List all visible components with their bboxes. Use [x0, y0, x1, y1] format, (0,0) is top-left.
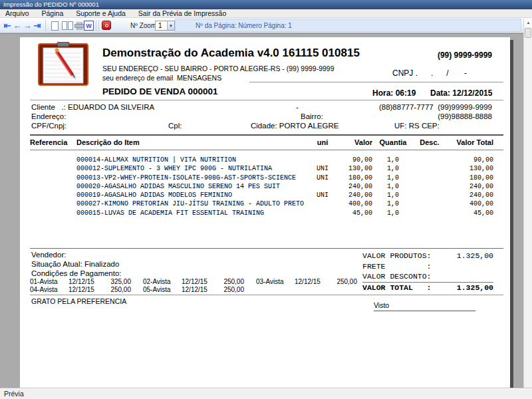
item-uni [309, 182, 336, 191]
payment-value: 325,00 [102, 278, 131, 285]
item-valor: 240,00 [336, 182, 372, 191]
single-page-view-button[interactable] [49, 20, 60, 31]
item-valor: 240,00 [336, 191, 372, 200]
company-cnpj: CNPJ . . / - [392, 68, 467, 78]
item-valor: 45,00 [336, 209, 372, 217]
item-desconto [414, 209, 446, 217]
item-total: 45,00 [446, 209, 503, 217]
item-desc: 000015-LUVAS DE ACADEMIA FIT ESSENTIAL T… [76, 209, 309, 217]
zoom-label: Nº Zoom [130, 18, 156, 33]
payment-name: 04-Avista [30, 286, 68, 293]
totals-block: VALOR PRODUTOS: 1.325,00 FRETE : VALOR D… [362, 251, 493, 292]
item-valor: 130,00 [336, 164, 372, 173]
col-uni: uni [309, 138, 336, 146]
item-desconto [414, 174, 446, 182]
last-page-button[interactable]: ⇥ [33, 20, 42, 31]
item-desc: 000019-AGASALHO ADIDAS MODELOS FEMININO [76, 191, 309, 200]
zoom-select[interactable]: 1 ▼ [155, 21, 175, 31]
menu-arquivo[interactable]: Arquivo [0, 9, 35, 18]
export-word-button[interactable]: W [84, 21, 94, 31]
table-row: 000014-ALLMAX NUTRITION | VITA NUTRITION… [30, 156, 503, 164]
footer-left: Vendedor: Situação Atual: Finalizado Con… [31, 251, 122, 278]
zoom-value: 1 [156, 21, 167, 30]
client-phones: (88)88777-7777 (99)99999-9999 [379, 103, 492, 111]
item-valor: 90,00 [336, 156, 372, 164]
table-row: 000015-LUVAS DE ACADEMIA FIT ESSENTIAL T… [30, 209, 503, 217]
company-title: Demonstração do Academia v4.0 161115 010… [102, 47, 360, 60]
two-page-view-button[interactable] [61, 20, 74, 31]
item-quantia: 1,0 [372, 156, 414, 164]
col-descricao: Descrição do Item [76, 138, 309, 146]
col-desc: Desc. [414, 138, 446, 146]
company-phone: (99) 9999-9999 [438, 51, 492, 60]
client-cpf-label: CPF/Cnpj: [31, 122, 66, 130]
payment-value: 250,00 [215, 278, 244, 285]
client-bairro-label: Bairro: [301, 112, 323, 120]
divider [30, 295, 503, 295]
two-page-icon [62, 21, 67, 30]
client-endereco-label: Endereço: [31, 112, 66, 120]
desconto-row: VALOR DESCONTO: [362, 271, 493, 282]
menu-suporte-e-ajuda[interactable]: Suporte e Ajuda [70, 9, 131, 18]
first-page-button[interactable]: ⇤ [3, 20, 12, 31]
condicoes-pagamento-label: Condições de Pagamento: [31, 269, 122, 279]
items-table-body: 000014-ALLMAX NUTRITION | VITA NUTRITION… [30, 156, 503, 217]
payment-date: 12/12/15 [68, 286, 102, 293]
order-date: Data: 12/12/2015 [430, 88, 492, 98]
payment-date: 12/12/15 [295, 278, 328, 285]
previous-page-button[interactable]: ← [13, 20, 22, 31]
item-desc: 000020-AGASALHO ADIDAS MASCULINO SERENO … [76, 182, 309, 191]
item-desc: 000014-ALLMAX NUTRITION | VITA NUTRITION [76, 156, 309, 164]
item-desc: 000013-VP2-WHEY-PROTEIN-ISOLATE-908G-AST… [76, 174, 309, 182]
payment-date: 12/12/15 [182, 286, 215, 293]
item-total: 240,00 [446, 191, 503, 200]
page-info-panel: Nº da Página: Número Página: 1 [175, 19, 521, 32]
company-address: SEU ENDEREÇO - SEU BAIRRO - PORTO ALEGRE… [102, 65, 334, 72]
chevron-down-icon: ▼ [167, 21, 174, 30]
item-desconto [414, 191, 446, 200]
item-valor: 400,00 [336, 200, 372, 208]
payment-date: 12/12/15 [68, 278, 102, 285]
total-value: 1.325,00 [457, 251, 493, 261]
menu-sair-da-previa[interactable]: Sair da Prévia de Impressão [133, 9, 231, 18]
menu-pagina[interactable]: Página [37, 9, 69, 18]
table-row: 000019-AGASALHO ADIDAS MODELOS FEMININOU… [30, 191, 503, 200]
order-title: PEDIDO DE VENDA 000001 [102, 86, 218, 96]
item-quantia: 1,0 [372, 209, 414, 217]
divider [30, 248, 503, 249]
next-page-button[interactable]: → [23, 20, 32, 31]
client-cidade: Cidade: PORTO ALEGRE [251, 122, 339, 130]
status-bar: Prévia [0, 388, 532, 399]
item-total: 240,00 [446, 182, 503, 191]
item-uni [309, 209, 336, 217]
col-valor-total: Valor Total [446, 138, 503, 146]
col-valor: Valor [336, 138, 372, 146]
situacao-atual: Situação Atual: Finalizado [31, 260, 122, 269]
total-produtos-row: VALOR PRODUTOS: 1.325,00 [362, 251, 493, 261]
toolbar-separator [45, 20, 46, 31]
item-valor: 180,00 [336, 174, 372, 182]
app-window: Impressão do PEDIDO Nº 000001 Arquivo Pá… [0, 0, 532, 399]
document-page: Demonstração do Academia v4.0 161115 010… [20, 37, 510, 388]
page-info-text: Nº da Página: Número Página: 1 [196, 19, 292, 33]
payment-name: 03-Avista [256, 278, 295, 285]
preview-area: Demonstração do Academia v4.0 161115 010… [0, 33, 532, 388]
divider [30, 134, 503, 136]
scroll-up-icon[interactable]: ▲ [524, 19, 532, 27]
vertical-scrollbar[interactable]: ▲ [523, 19, 532, 388]
divider [30, 150, 503, 150]
status-text: Prévia [4, 390, 24, 398]
toolbar: ⇤ ← → ⇥ W Nº Zoom 1 ▼ Nº da Página: Núme… [0, 18, 532, 33]
items-table-header: Referencia Descrição do Item uni Valor Q… [30, 138, 503, 146]
table-row: 000027-KIMONO PRETORIAN JIU-JÍTSU TRAINI… [30, 200, 503, 208]
item-desconto [414, 182, 446, 191]
scrollbar-thumb[interactable] [525, 28, 531, 38]
client-dash: - [296, 103, 299, 111]
item-desc: 000012-SUPLEMENTO - 3 WHEY IPC 900G - NU… [76, 164, 309, 173]
payment-value: 250,00 [328, 278, 357, 285]
table-row: 000012-SUPLEMENTO - 3 WHEY IPC 900G - NU… [30, 164, 503, 173]
two-page-icon [68, 21, 73, 30]
order-time: Hora: 06:19 [372, 88, 416, 98]
printer-icon [74, 22, 84, 30]
close-preview-button[interactable] [102, 21, 111, 30]
